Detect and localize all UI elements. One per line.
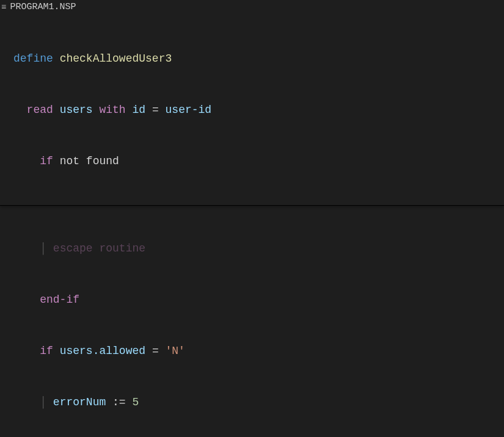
code-line[interactable]: read users with id = user-id [13,101,504,118]
breadcrumb[interactable]: ≡ PROGRAM1.NSP [0,0,504,15]
code-line[interactable]: if users.allowed = 'N' [13,342,504,359]
file-icon: ≡ [1,0,6,16]
code-line[interactable]: │ errorNum := 5 [13,394,504,411]
code-line[interactable]: │ escape routine [13,240,504,257]
code-line[interactable]: end-if [13,291,504,308]
code-line[interactable]: if not found [13,153,504,170]
filename: PROGRAM1.NSP [10,0,76,16]
sticky-scroll-header: ≡ PROGRAM1.NSP define checkAllowedUser3 … [0,0,504,206]
code-line[interactable]: define checkAllowedUser3 [13,50,504,67]
editor-body[interactable]: │ escape routine end-if if users.allowed… [0,206,504,437]
